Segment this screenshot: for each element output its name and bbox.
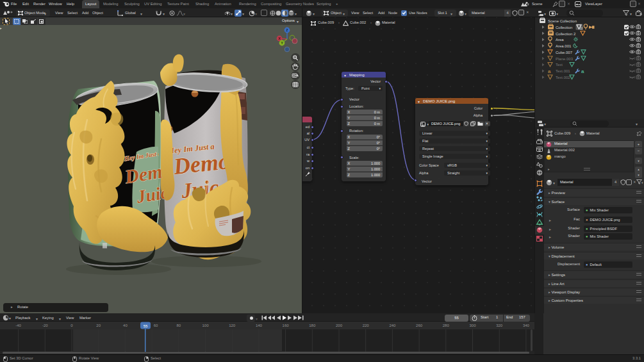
svg-text:180: 180 — [309, 324, 316, 327]
svg-text:200: 200 — [336, 324, 343, 327]
svg-text:140: 140 — [256, 324, 263, 327]
svg-text:0: 0 — [70, 324, 73, 327]
svg-text:Plane.003: Plane.003 — [556, 57, 574, 61]
svg-text:11: 11 — [580, 27, 583, 30]
svg-text:Text: Text — [556, 63, 563, 67]
svg-text:20: 20 — [96, 324, 101, 327]
svg-text:Y: Y — [281, 41, 283, 45]
svg-text:Text.002: Text.002 — [556, 76, 570, 79]
svg-text:55: 55 — [144, 324, 148, 328]
svg-text:260: 260 — [416, 324, 423, 327]
svg-text:80: 80 — [176, 324, 181, 327]
svg-text:Area: Area — [556, 38, 564, 42]
svg-text:340: 340 — [523, 324, 530, 327]
svg-text:Collection 2: Collection 2 — [556, 32, 576, 36]
svg-text:320: 320 — [496, 324, 503, 327]
svg-text:Area.001: Area.001 — [556, 44, 572, 48]
svg-text:300: 300 — [469, 324, 476, 327]
svg-text:40: 40 — [123, 324, 128, 327]
svg-text:120: 120 — [229, 324, 236, 327]
svg-text:Collection: Collection — [556, 26, 572, 29]
svg-text:a: a — [548, 69, 551, 74]
svg-text:a: a — [581, 69, 584, 74]
svg-text:100: 100 — [202, 324, 209, 327]
svg-text:-20: -20 — [42, 324, 48, 327]
svg-text:X: X — [278, 37, 281, 40]
svg-text:240: 240 — [389, 324, 396, 327]
svg-text:Scene Collection: Scene Collection — [548, 19, 577, 23]
svg-text:160: 160 — [283, 324, 290, 327]
svg-text:-40: -40 — [15, 324, 21, 327]
svg-text:280: 280 — [443, 324, 450, 327]
svg-text:60: 60 — [154, 324, 158, 327]
svg-text:Cube.007: Cube.007 — [556, 51, 573, 54]
svg-text:220: 220 — [363, 324, 370, 327]
svg-text:Text.001: Text.001 — [556, 69, 570, 73]
